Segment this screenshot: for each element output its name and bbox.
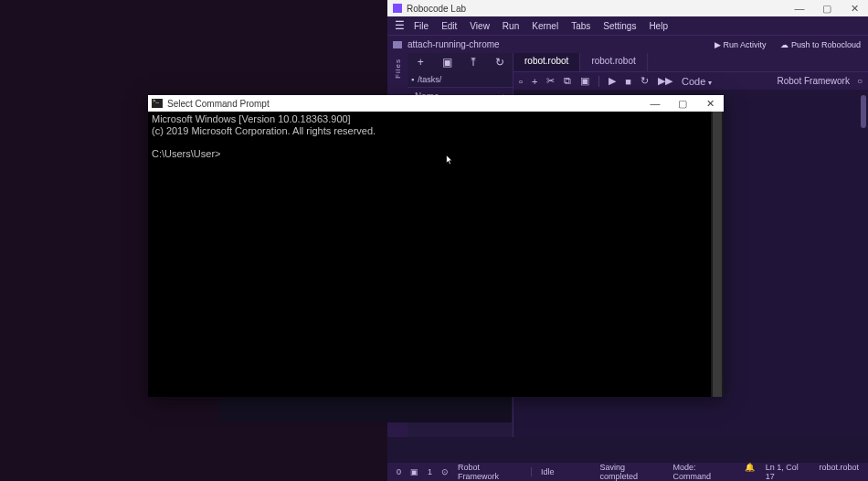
status-icon-2[interactable]: ⊙ xyxy=(441,467,449,476)
upload-icon[interactable]: ⤒ xyxy=(466,56,481,69)
status-position[interactable]: Ln 1, Col 17 xyxy=(766,463,809,481)
maximize-button[interactable]: ▢ xyxy=(813,0,841,16)
mouse-cursor-icon xyxy=(429,143,437,155)
new-folder-icon[interactable]: ▣ xyxy=(439,56,454,69)
run-activity-button[interactable]: ▶ Run Activity xyxy=(707,40,774,49)
tab-robot-1[interactable]: robot.robot xyxy=(513,53,580,71)
ide-titlebar[interactable]: Robocode Lab — ▢ ✕ xyxy=(387,0,868,16)
status-bell-icon[interactable]: 🔔 xyxy=(745,463,755,481)
terminal-title: Select Command Prompt xyxy=(167,99,641,109)
menu-settings[interactable]: Settings xyxy=(597,21,642,31)
terminal-window: Select Command Prompt — ▢ ✕ Microsoft Wi… xyxy=(148,95,724,397)
terminal-scroll-thumb[interactable] xyxy=(713,112,722,397)
copy-icon[interactable]: ⧉ xyxy=(564,75,571,87)
status-count-1[interactable]: 1 xyxy=(428,467,432,476)
file-toolbar: + ▣ ⤒ ↻ xyxy=(408,53,513,71)
menu-help[interactable]: Help xyxy=(642,21,674,31)
menu-tabs[interactable]: Tabs xyxy=(565,21,597,31)
editor-tabs: robot.robot robot.robot xyxy=(513,53,868,71)
folder-icon: ▪ xyxy=(411,75,414,84)
footer-gap xyxy=(387,437,868,463)
folder-icon xyxy=(393,41,402,48)
hamburger-icon[interactable]: ☰ xyxy=(391,19,408,32)
terminal-body[interactable]: Microsoft Windows [Version 10.0.18363.90… xyxy=(148,112,724,397)
save-icon[interactable]: ▫ xyxy=(519,76,523,87)
cut-icon[interactable]: ✂ xyxy=(546,75,555,87)
status-file[interactable]: robot.robot xyxy=(819,463,859,481)
editor-toolbar: ▫ + ✂ ⧉ ▣ ▶ ■ ↻ ▶▶ Code Robot Framework … xyxy=(513,71,868,90)
terminal-titlebar[interactable]: Select Command Prompt — ▢ ✕ xyxy=(148,95,724,112)
add-cell-icon[interactable]: + xyxy=(532,76,537,87)
terminal-scrollbar[interactable] xyxy=(711,112,724,397)
ide-open-bar: attach-running-chrome ▶ Run Activity ☁ P… xyxy=(387,35,868,53)
terminal-maximize[interactable]: ▢ xyxy=(669,95,696,112)
partial-panel xyxy=(219,397,512,422)
terminal-minimize[interactable]: — xyxy=(641,95,669,112)
terminal-prompt: C:\Users\User> xyxy=(152,148,221,159)
menu-kernel[interactable]: Kernel xyxy=(525,21,565,31)
status-mode[interactable]: Mode: Command xyxy=(672,463,733,481)
open-file-label[interactable]: attach-running-chrome xyxy=(408,39,500,49)
cmd-icon xyxy=(152,99,163,108)
menu-file[interactable]: File xyxy=(408,21,435,31)
restart-icon[interactable]: ↻ xyxy=(640,75,649,87)
kernel-status-icon: ○ xyxy=(857,76,863,86)
minimize-button[interactable]: — xyxy=(786,0,813,16)
app-icon xyxy=(393,4,402,13)
refresh-icon[interactable]: ↻ xyxy=(492,56,507,69)
run-all-icon[interactable]: ▶▶ xyxy=(658,75,672,87)
push-button[interactable]: ☁ Push to Robocloud xyxy=(773,40,868,49)
cell-type-dropdown[interactable]: Code xyxy=(682,76,712,87)
status-kernel[interactable]: Robot Framework xyxy=(458,463,522,481)
status-icon-1[interactable]: ▣ xyxy=(410,467,418,476)
terminal-close[interactable]: ✕ xyxy=(696,95,724,112)
terminal-line-2: (c) 2019 Microsoft Corporation. All righ… xyxy=(152,125,376,136)
terminal-line-1: Microsoft Windows [Version 10.0.18363.90… xyxy=(152,113,351,124)
rail-files-label[interactable]: Files xyxy=(394,59,402,79)
status-save: Saving completed xyxy=(599,463,663,481)
menu-run[interactable]: Run xyxy=(496,21,525,31)
tab-robot-2[interactable]: robot.robot xyxy=(580,53,647,71)
editor-scrollbar[interactable] xyxy=(861,95,866,128)
new-file-icon[interactable]: + xyxy=(413,56,428,69)
status-count-0[interactable]: 0 xyxy=(397,467,401,476)
paste-icon[interactable]: ▣ xyxy=(580,75,589,87)
close-button[interactable]: ✕ xyxy=(841,0,868,16)
menu-edit[interactable]: Edit xyxy=(435,21,463,31)
ide-menubar: ☰ File Edit View Run Kernel Tabs Setting… xyxy=(387,16,868,35)
kernel-dropdown[interactable]: Robot Framework xyxy=(777,76,849,86)
stop-icon[interactable]: ■ xyxy=(625,76,631,87)
ide-title: Robocode Lab xyxy=(407,4,786,14)
menu-view[interactable]: View xyxy=(463,21,496,31)
status-bar: 0 ▣ 1 ⊙ Robot Framework Idle Saving comp… xyxy=(387,463,868,481)
file-breadcrumb[interactable]: ▪ / tasks / xyxy=(408,71,513,88)
status-state: Idle xyxy=(541,467,555,476)
run-icon[interactable]: ▶ xyxy=(609,75,616,87)
